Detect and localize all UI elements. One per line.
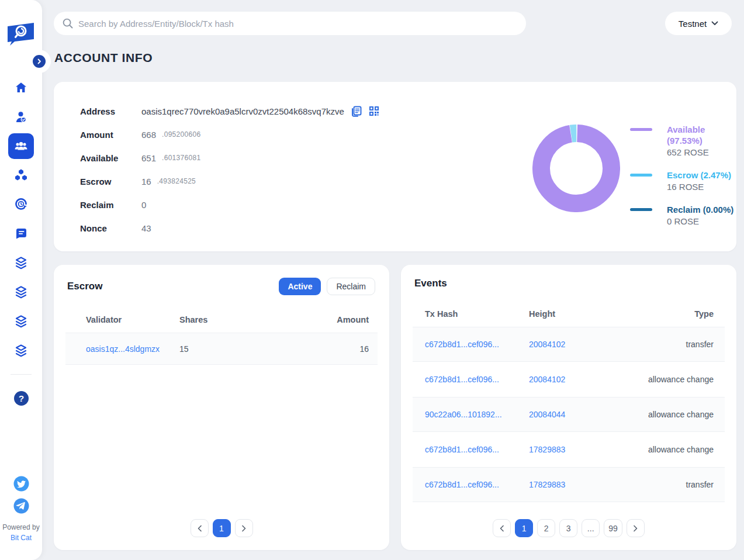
qr-code-icon xyxy=(368,105,380,117)
page-button-3[interactable]: 3 xyxy=(559,519,577,537)
validator-person-check-icon xyxy=(14,110,29,125)
next-page-button[interactable] xyxy=(627,519,645,537)
layers-icon xyxy=(13,285,29,300)
events-table-row: c672b8d1...cef096... 17829883 transfer xyxy=(413,467,725,502)
home-icon xyxy=(14,81,28,95)
sidebar-item-paratime-1[interactable] xyxy=(8,250,34,276)
field-label: Reclaim xyxy=(80,200,141,210)
sidebar-item-blocks[interactable] xyxy=(8,163,34,188)
tx-hash-link[interactable]: 90c22a06...101892... xyxy=(425,410,502,419)
search-bar xyxy=(54,12,526,35)
search-input[interactable] xyxy=(78,19,518,29)
qr-code-button[interactable] xyxy=(368,105,380,117)
prev-page-button[interactable] xyxy=(191,519,209,537)
sidebar-item-paratime-3[interactable] xyxy=(8,309,34,334)
page-button-99[interactable]: 99 xyxy=(604,519,622,537)
tx-hash-link[interactable]: c672b8d1...cef096... xyxy=(425,445,499,454)
transactions-cycle-icon xyxy=(13,196,29,212)
tx-hash-link[interactable]: c672b8d1...cef096... xyxy=(425,340,499,349)
sidebar-item-accounts[interactable] xyxy=(8,133,34,159)
copy-address-button[interactable] xyxy=(350,105,362,117)
account-address-value: oasis1qrec770vrek0a9a5lcrv0zvt22504k68sv… xyxy=(141,106,344,116)
tx-hash-link[interactable]: c672b8d1...cef096... xyxy=(425,375,499,384)
sidebar-item-paratime-4[interactable] xyxy=(8,338,34,364)
event-type: transfer xyxy=(620,340,714,349)
reclaim-value: 0 xyxy=(141,200,146,210)
height-link[interactable]: 20084044 xyxy=(529,410,565,419)
available-int: 651 xyxy=(141,153,156,163)
sidebar-item-transactions[interactable] xyxy=(8,191,34,217)
page-button-1[interactable]: 1 xyxy=(515,519,533,537)
page-title: ACCOUNT INFO xyxy=(54,51,153,65)
help-icon: ? xyxy=(13,390,29,406)
network-selector[interactable]: Testnet xyxy=(665,12,732,35)
height-link[interactable]: 17829883 xyxy=(529,480,565,489)
social-telegram[interactable] xyxy=(8,497,34,514)
events-table-header: Tx Hash Height Type xyxy=(413,309,725,327)
chevron-right-icon xyxy=(241,525,247,532)
sidebar-collapse-button[interactable] xyxy=(33,55,46,68)
field-label: Amount xyxy=(80,130,141,140)
legend-item-available: Available (97.53%) 652 ROSE xyxy=(630,124,736,158)
chevron-left-icon xyxy=(499,525,504,532)
page-button-2[interactable]: 2 xyxy=(537,519,555,537)
next-page-button[interactable] xyxy=(235,519,253,537)
sidebar-item-validators[interactable] xyxy=(8,104,34,130)
column-amount: Amount xyxy=(322,315,369,324)
telegram-icon xyxy=(13,498,29,514)
brand-link[interactable]: Bit Cat xyxy=(11,534,32,542)
page-button-1[interactable]: 1 xyxy=(213,519,231,537)
balance-donut-chart xyxy=(532,125,620,212)
escrow-table-row: oasis1qz...4sldgmzx 15 16 xyxy=(65,333,378,365)
sidebar: ? Powered by Bit Cat xyxy=(0,0,42,560)
sidebar-item-paratime-2[interactable] xyxy=(8,279,34,305)
amount-int: 668 xyxy=(141,130,156,140)
events-table-row: c672b8d1...cef096... 20084102 allowance … xyxy=(413,362,725,397)
prev-page-button[interactable] xyxy=(493,519,511,537)
field-label: Available xyxy=(80,153,141,163)
chevron-left-icon xyxy=(197,525,202,532)
social-twitter[interactable] xyxy=(8,475,34,492)
events-table-row: c672b8d1...cef096... 17829883 allowance … xyxy=(413,432,725,467)
svg-text:?: ? xyxy=(18,393,23,403)
height-link[interactable]: 20084102 xyxy=(529,340,565,349)
tab-active[interactable]: Active xyxy=(279,278,321,295)
legend-label: Available (97.53%) xyxy=(667,124,736,146)
tab-reclaim[interactable]: Reclaim xyxy=(327,278,375,295)
chevron-down-icon xyxy=(711,21,718,26)
height-link[interactable]: 20084102 xyxy=(529,375,565,384)
legend-marker-reclaim xyxy=(630,208,652,211)
column-validator: Validator xyxy=(86,315,179,324)
account-field-reclaim: Reclaim 0 xyxy=(80,193,407,216)
sidebar-item-help[interactable]: ? xyxy=(8,385,34,411)
sidebar-divider xyxy=(11,374,32,375)
account-info-card: Address oasis1qrec770vrek0a9a5lcrv0zvt22… xyxy=(54,82,736,251)
powered-by: Powered by Bit Cat xyxy=(0,522,42,543)
twitter-icon xyxy=(13,476,29,492)
chevron-right-icon xyxy=(36,58,42,64)
donut-legend: Available (97.53%) 652 ROSE Escrow (2.47… xyxy=(630,124,736,238)
page-ellipsis[interactable]: ... xyxy=(582,519,600,537)
tx-hash-link[interactable]: c672b8d1...cef096... xyxy=(425,480,499,489)
powered-by-label: Powered by xyxy=(2,523,39,531)
account-field-amount: Amount 668.095200606 xyxy=(80,123,407,146)
layers-icon xyxy=(13,314,29,329)
validator-link[interactable]: oasis1qz...4sldgmzx xyxy=(86,344,160,354)
legend-marker-available xyxy=(630,128,652,131)
app-logo[interactable] xyxy=(6,21,36,48)
field-label: Escrow xyxy=(80,177,141,186)
field-label: Nonce xyxy=(80,223,141,233)
escrow-title: Escrow xyxy=(67,281,102,292)
events-table-row: 90c22a06...101892... 20084044 allowance … xyxy=(413,397,725,432)
proposals-document-icon xyxy=(14,226,29,241)
chevron-right-icon xyxy=(633,525,638,532)
account-field-available: Available 651.601376081 xyxy=(80,146,407,170)
layers-icon xyxy=(13,343,29,358)
escrow-pagination: 1 xyxy=(54,519,389,537)
height-link[interactable]: 17829883 xyxy=(529,445,565,454)
sidebar-item-proposals[interactable] xyxy=(8,220,34,246)
sidebar-item-home[interactable] xyxy=(8,75,34,101)
network-label: Testnet xyxy=(679,19,707,29)
column-shares: Shares xyxy=(179,315,322,324)
account-fields: Address oasis1qrec770vrek0a9a5lcrv0zvt22… xyxy=(80,99,407,240)
